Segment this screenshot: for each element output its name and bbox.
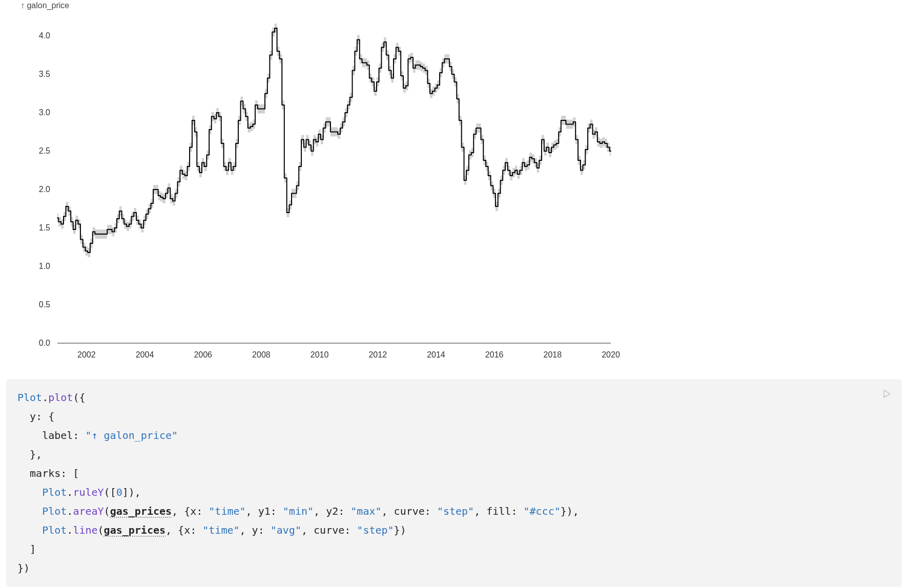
x-tick-label: 2006 xyxy=(194,350,212,359)
x-tick-label: 2008 xyxy=(252,350,271,359)
code-line-2: y: { xyxy=(17,410,54,423)
x-tick-label: 2020 xyxy=(602,350,620,359)
y-tick-label: 3.0 xyxy=(39,108,50,117)
y-tick-label: 4.0 xyxy=(39,31,50,40)
x-tick-label: 2002 xyxy=(77,350,96,359)
code-line-10: }) xyxy=(17,562,30,574)
x-tick-label: 2016 xyxy=(485,350,504,359)
play-icon[interactable] xyxy=(880,387,893,400)
code-line-5: marks: [ xyxy=(17,467,79,479)
chart-holder: ↑ galon_price 0.00.51.01.52.02.53.03.54.… xyxy=(6,0,621,369)
y-tick-label: 2.5 xyxy=(39,146,50,155)
x-tick-label: 2004 xyxy=(136,350,154,359)
y-tick-label: 3.5 xyxy=(39,70,50,78)
code-line-6: Plot.ruleY([0]), xyxy=(17,486,141,498)
y-axis-label: ↑ galon_price xyxy=(20,1,69,10)
y-tick-label: 0.0 xyxy=(39,339,50,347)
price-band-area xyxy=(57,24,611,257)
page-root: ↑ galon_price 0.00.51.01.52.02.53.03.54.… xyxy=(0,0,908,588)
code-line-1: Plot.plot({ xyxy=(17,391,85,404)
code-line-9: ] xyxy=(17,543,36,555)
x-tick-label: 2018 xyxy=(544,350,562,359)
code-line-7: Plot.areaY(gas_prices, {x: "time", y1: "… xyxy=(17,505,579,517)
y-tick-label: 1.0 xyxy=(39,262,50,270)
x-tick-label: 2014 xyxy=(427,350,445,359)
code-block: Plot.plot({ y: { label: "↑ galon_price" … xyxy=(6,379,902,587)
x-tick-label: 2010 xyxy=(311,350,329,359)
code-line-4: }, xyxy=(17,448,42,460)
code-line-3: label: "↑ galon_price" xyxy=(17,429,178,442)
price-avg-line xyxy=(57,28,611,253)
y-tick-label: 1.5 xyxy=(39,223,50,232)
y-tick-label: 2.0 xyxy=(39,185,50,194)
y-tick-label: 0.5 xyxy=(39,300,50,309)
chart-svg: 0.00.51.01.52.02.53.03.54.02002200420062… xyxy=(6,0,621,369)
x-tick-label: 2012 xyxy=(368,350,387,359)
code-line-8: Plot.line(gas_prices, {x: "time", y: "av… xyxy=(17,524,406,536)
